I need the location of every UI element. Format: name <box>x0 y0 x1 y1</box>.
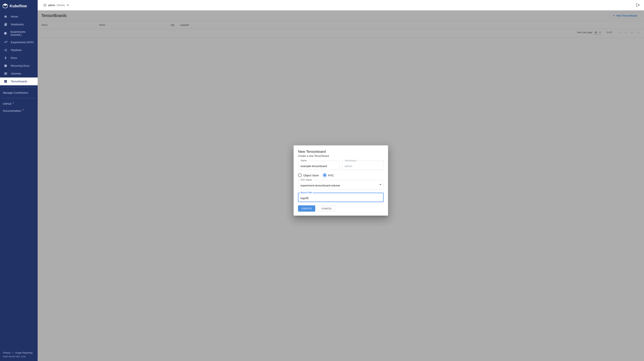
chart-line-icon <box>4 40 8 44</box>
sidebar-item-label: Pipelines <box>11 49 22 52</box>
svg-point-2 <box>4 50 5 51</box>
book-icon <box>4 22 8 26</box>
sidebar-item-label: Runs <box>11 56 17 59</box>
sidebar-item-label: Notebooks <box>11 23 24 26</box>
sidebar-item-label: Tensorboards <box>11 80 27 83</box>
radio-icon <box>298 173 302 177</box>
sidebar-item-label: Experiments (KFP) <box>11 41 34 44</box>
sidebar-item-label: Recurring Runs <box>11 64 30 67</box>
create-button[interactable]: CREATE <box>298 205 315 212</box>
sidebar-github[interactable]: GitHub ⧉ <box>0 100 38 107</box>
sidebar-nav: Home Notebooks Experiments (AutoML) Expe… <box>0 13 38 114</box>
brand-name: Kubeflow <box>10 4 27 8</box>
dialog-wrap: New Tensorboard Create a new Tensorboard… <box>38 0 644 361</box>
kubeflow-logo-icon <box>2 3 8 8</box>
run-icon <box>4 56 8 60</box>
share-icon <box>4 48 8 52</box>
namespace-input <box>344 164 381 167</box>
sidebar: Kubeflow Home Notebooks Experiments (Aut… <box>0 0 38 361</box>
svg-marker-1 <box>3 4 8 6</box>
name-field: Name <box>298 161 340 170</box>
dialog-title: New Tensorboard <box>298 150 384 154</box>
sidebar-item-label: Documentation <box>3 109 21 112</box>
radio-icon <box>323 173 327 177</box>
name-label: Name <box>300 159 308 162</box>
sidebar-item-pipelines[interactable]: Pipelines <box>0 46 38 54</box>
alarm-icon <box>4 64 8 68</box>
storage-icon <box>4 72 8 75</box>
sidebar-item-notebooks[interactable]: Notebooks <box>0 20 38 28</box>
svg-point-3 <box>6 49 7 50</box>
sidebar-item-label: Volumes <box>11 72 21 75</box>
radio-pvc[interactable]: PVC <box>323 173 334 177</box>
name-input[interactable] <box>300 164 337 167</box>
mount-path-input[interactable] <box>300 196 381 200</box>
sidebar-item-label: Manage Contributors <box>3 91 28 94</box>
footer-usage[interactable]: Usage Reporting <box>15 352 32 354</box>
hexagon-icon <box>4 31 7 35</box>
divider <box>2 98 36 98</box>
pvc-name-label: PVC Name <box>300 179 313 181</box>
mount-path-label: Mount Path <box>300 191 313 194</box>
namespace-label: Namespace <box>344 159 358 162</box>
sidebar-item-label: Home <box>11 15 18 18</box>
cancel-button[interactable]: CANCEL <box>318 205 336 212</box>
sidebar-item-tensorboards[interactable]: Tensorboards <box>0 77 38 85</box>
sidebar-footer: Privacy • Usage Reporting build version … <box>3 351 35 359</box>
radio-label: Object Store <box>303 174 319 177</box>
create-button-label: CREATE <box>302 207 312 210</box>
mount-path-field: Mount Path <box>298 193 384 202</box>
pvc-name-field: PVC Name experiment-tensorboard-volume <box>298 180 384 189</box>
divider <box>2 87 36 87</box>
sidebar-item-home[interactable]: Home <box>0 13 38 20</box>
sidebar-item-runs[interactable]: Runs <box>0 54 38 62</box>
footer-build: build version dev_local <box>3 355 26 358</box>
new-tensorboard-dialog: New Tensorboard Create a new Tensorboard… <box>294 145 388 216</box>
footer-privacy[interactable]: Privacy <box>3 352 10 354</box>
sidebar-item-label: Experiments (AutoML) <box>10 30 35 36</box>
main: admin (Owner) TensorBoards + New TensorB… <box>38 0 644 361</box>
bar-chart-icon <box>4 79 8 83</box>
svg-point-4 <box>6 50 7 51</box>
caret-down-icon <box>380 184 382 185</box>
sidebar-item-experiments-automl[interactable]: Experiments (AutoML) <box>0 28 38 38</box>
home-icon <box>4 15 8 18</box>
sidebar-documentation[interactable]: Documentation ⧉ <box>0 107 38 114</box>
sidebar-item-volumes[interactable]: Volumes <box>0 70 38 77</box>
namespace-field: Namespace <box>342 161 384 170</box>
dialog-actions: CREATE CANCEL <box>298 205 384 212</box>
cancel-button-label: CANCEL <box>322 207 332 210</box>
pvc-name-select[interactable]: experiment-tensorboard-volume <box>298 180 384 189</box>
brand-logo: Kubeflow <box>0 0 38 13</box>
external-link-icon: ⧉ <box>12 102 14 104</box>
radio-label: PVC <box>328 174 334 177</box>
pvc-name-value: experiment-tensorboard-volume <box>300 184 340 187</box>
radio-object-store[interactable]: Object Store <box>298 173 319 177</box>
storage-type-radio-group: Object Store PVC <box>298 173 384 177</box>
footer-dot: • <box>11 352 14 354</box>
sidebar-item-label: GitHub <box>3 102 11 105</box>
sidebar-item-recurring-runs[interactable]: Recurring Runs <box>0 62 38 70</box>
sidebar-item-experiments-kfp[interactable]: Experiments (KFP) <box>0 38 38 46</box>
external-link-icon: ⧉ <box>22 109 24 111</box>
sidebar-manage-contributors[interactable]: Manage Contributors <box>0 89 38 96</box>
dialog-subtitle: Create a new Tensorboard <box>298 154 384 157</box>
